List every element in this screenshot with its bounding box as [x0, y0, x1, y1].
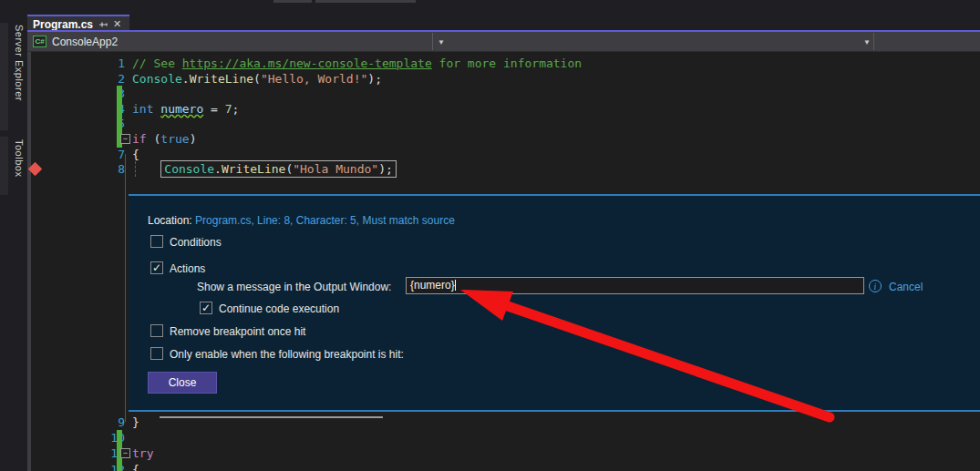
line-number: 5 [55, 116, 125, 131]
csharp-project-icon: C# [33, 36, 46, 47]
code-fold-icon[interactable] [120, 134, 130, 144]
breakpoint-location: Location: Program.cs, Line: 8, Character… [148, 214, 455, 227]
code-line[interactable]: try [132, 445, 153, 461]
line-number: 2 [55, 71, 125, 87]
output-message-input[interactable]: {numero} [406, 277, 864, 294]
location-value[interactable]: Program.cs, Line: 8, Character: 5, Must … [195, 214, 455, 227]
actions-checkbox[interactable] [150, 261, 163, 274]
output-message-value: {numero} [410, 279, 455, 292]
conditions-label[interactable]: Conditions [170, 236, 222, 249]
line-number: 1 [55, 56, 125, 71]
tab-title: Program.cs [33, 18, 93, 31]
output-message-label: Show a message in the Output Window: [197, 281, 391, 293]
change-indicator-bar [117, 462, 122, 471]
change-indicator-bar [117, 86, 122, 102]
info-icon[interactable]: i [869, 280, 882, 292]
line-number: 11 [55, 445, 125, 461]
code-line[interactable]: { [132, 462, 139, 471]
member-dropdown[interactable] [874, 32, 980, 51]
brace-guide-line [125, 154, 126, 422]
code-fold-icon[interactable] [120, 448, 130, 458]
vs-window: Server Explorer Toolbox Program.cs ✕ C# … [0, 0, 980, 471]
peek-scrollbar[interactable] [160, 416, 383, 418]
change-indicator-bar [117, 116, 122, 132]
breakpoint-settings-peek: Location: Program.cs, Line: 8, Character… [129, 194, 980, 412]
code-line[interactable]: if (true) [132, 131, 196, 147]
code-line[interactable]: Console.WriteLine("Hello, World!"); [132, 71, 382, 87]
chevron-down-icon[interactable]: ▼ [863, 38, 871, 46]
line-number: 4 [55, 101, 125, 117]
highlighted-statement: Console.WriteLine("Hola Mundo"); [160, 160, 396, 178]
remove-once-checkbox[interactable] [150, 324, 163, 337]
code-line[interactable]: Console.WriteLine("Hola Mundo"); [132, 161, 397, 177]
line-number: 12 [55, 462, 125, 471]
code-line[interactable]: { [132, 147, 139, 162]
pin-icon[interactable] [98, 19, 108, 30]
project-dropdown[interactable]: C# ConsoleApp2 [27, 32, 432, 51]
rail-tab-strip [0, 23, 8, 130]
line-number: 6 [55, 131, 125, 147]
line-number: 9 [55, 415, 125, 430]
conditions-checkbox[interactable] [150, 235, 163, 248]
continue-execution-checkbox[interactable] [200, 302, 212, 314]
line-number: 3 [55, 86, 125, 101]
navigation-bar: C# ConsoleApp2 ▼ ▼ [27, 32, 980, 52]
close-button[interactable]: Close [148, 372, 217, 394]
code-line[interactable]: int numero = 7; [132, 101, 239, 117]
left-tool-rail: Server Explorer Toolbox [0, 0, 27, 471]
project-name: ConsoleApp2 [52, 36, 118, 48]
toolbar-remnant [315, 0, 416, 3]
code-line[interactable]: // See https://aka.ms/new-console-templa… [132, 56, 582, 71]
close-icon[interactable]: ✕ [113, 19, 121, 29]
sidebar-item-toolbox[interactable]: Toolbox [8, 139, 25, 177]
sidebar-item-server-explorer[interactable]: Server Explorer [8, 25, 25, 101]
rail-tab-strip [0, 137, 8, 195]
only-enable-checkbox[interactable] [150, 347, 163, 360]
change-indicator-bar [117, 430, 122, 446]
code-line[interactable]: } [132, 415, 139, 430]
toolbar-remnant [273, 0, 312, 3]
text-caret [455, 280, 456, 291]
code-editor[interactable]: 1// See https://aka.ms/new-console-templ… [27, 52, 980, 471]
continue-execution-label[interactable]: Continue code execution [219, 302, 339, 315]
location-label: Location: [148, 214, 192, 227]
only-enable-label[interactable]: Only enable when the following breakpoin… [170, 348, 404, 361]
remove-once-label[interactable]: Remove breakpoint once hit [170, 325, 305, 338]
line-number: 10 [55, 430, 125, 445]
actions-label[interactable]: Actions [170, 262, 205, 275]
line-number: 7 [55, 147, 125, 162]
glyph-margin[interactable] [27, 52, 31, 471]
line-number: 8 [55, 161, 125, 177]
type-dropdown[interactable] [433, 32, 873, 51]
cancel-link[interactable]: Cancel [889, 281, 923, 293]
